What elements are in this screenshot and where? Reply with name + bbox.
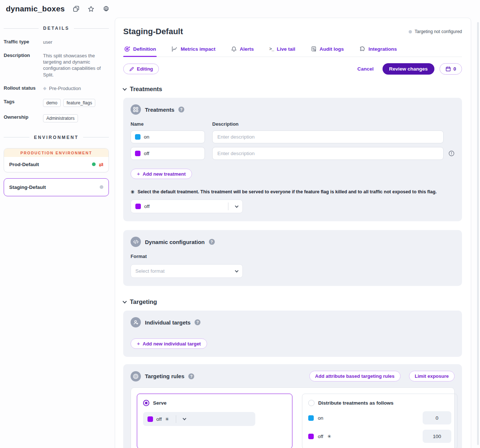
alerts-bell-icon (231, 46, 237, 52)
default-asterisk-icon: ✳ (327, 434, 331, 439)
env-status-dot-green (92, 162, 96, 166)
serve-treatment-select[interactable]: off ✳ (143, 412, 255, 426)
distribute-percentage-input-off[interactable] (423, 430, 451, 443)
tab-metrics-impact-label: Metrics impact (181, 46, 216, 52)
owner-chip[interactable]: Administrators (43, 114, 78, 122)
add-attribute-rules-button[interactable]: Add attribute based targeting rules (309, 371, 401, 381)
treatment-name-field-on[interactable]: on (131, 130, 205, 143)
tab-definition-label: Definition (133, 46, 156, 52)
environment-heading: ENVIRONMENT (4, 135, 109, 140)
targeting-status-badge: Targeting not configured (409, 29, 462, 34)
code-icon (131, 237, 141, 247)
select-divider (228, 203, 228, 210)
tab-definition[interactable]: Definition (123, 46, 157, 57)
add-new-individual-target-button[interactable]: + Add new individual target (131, 338, 207, 349)
chevron-down-icon (182, 417, 186, 420)
production-environment-banner: PRODUCTION ENVIRONMENT (4, 148, 109, 157)
tab-bar: Definition Metrics impact (123, 46, 462, 57)
traffic-swap-icon: ⇄ (99, 162, 103, 167)
copy-icon[interactable] (73, 6, 79, 12)
tab-audit-logs[interactable]: Audit logs (310, 46, 345, 57)
env-name-staging: Staging-Default (9, 184, 100, 190)
format-select[interactable]: Select format (131, 264, 243, 278)
treatment-swatch-purple (147, 416, 153, 422)
scheduled-changes-button[interactable]: 0 (440, 63, 462, 75)
distribute-percentage-input-on[interactable] (423, 411, 451, 424)
add-new-treatment-button[interactable]: + Add new treatment (131, 169, 192, 179)
calendar-icon (445, 66, 451, 72)
dynamic-configuration-card: Dynamic configuration ? Format Select fo… (123, 230, 462, 286)
default-asterisk-icon: ✳ (131, 190, 135, 194)
help-icon[interactable]: ? (195, 319, 200, 325)
rules-body: Serve off ✳ (131, 387, 455, 448)
distribute-row-on: on (308, 411, 451, 424)
tag-chip[interactable]: demo (43, 99, 61, 107)
treatment-description-input-on[interactable] (212, 130, 444, 143)
rollout-diamond-icon: ◆ (43, 86, 46, 90)
rollout-status-value: Pre-Production (49, 85, 81, 92)
tab-alerts[interactable]: Alerts (230, 46, 255, 57)
treatment-swatch-blue (308, 415, 314, 421)
audit-log-document-icon (311, 46, 317, 52)
default-treatment-select[interactable]: off (131, 200, 243, 213)
description-column-label: Description (212, 121, 239, 127)
distribute-label: Distribute treatments as follows (318, 400, 394, 406)
page: dynamic_boxes DETAILS Traffic type (0, 0, 480, 448)
distribute-row-off: off ✳ (308, 430, 451, 443)
description-label: Description (4, 53, 43, 78)
editing-button[interactable]: Editing (123, 64, 159, 74)
treatment-swatch-purple (135, 151, 141, 156)
treatments-section-toggle[interactable]: Treatments (123, 86, 462, 93)
top-header: dynamic_boxes (0, 0, 480, 13)
cancel-button[interactable]: Cancel (357, 66, 373, 72)
tab-live-tail-label: Live tail (277, 46, 295, 52)
metrics-chart-icon (171, 46, 178, 52)
info-alert-icon[interactable] (448, 150, 455, 157)
review-changes-button[interactable]: Review changes (383, 63, 434, 75)
treatment-description-input-off[interactable] (212, 147, 444, 160)
environment-card-staging[interactable]: Staging-Default (4, 178, 109, 196)
tab-integrations-label: Integrations (369, 46, 397, 52)
individual-targets-title: Individual targets (145, 319, 191, 326)
limit-exposure-button[interactable]: Limit exposure (409, 371, 455, 381)
help-icon[interactable]: ? (209, 239, 215, 245)
dynamic-configuration-title: Dynamic configuration (145, 239, 205, 245)
treatments-card: Treatments ? Name Description on (123, 98, 462, 221)
treatments-grid-icon (131, 104, 141, 115)
tags-field: Tags demo feature_flags (4, 99, 109, 107)
add-user-icon (131, 317, 141, 327)
distribute-panel[interactable]: Distribute treatments as follows on (302, 394, 458, 448)
tab-metrics-impact[interactable]: Metrics impact (171, 46, 216, 57)
targeting-section-toggle[interactable]: Targeting (123, 298, 462, 305)
settings-gear-icon[interactable] (103, 6, 110, 12)
target-rings-icon (131, 371, 141, 381)
environment-card-prod[interactable]: PRODUCTION ENVIRONMENT Prod-Default ⇄ (4, 148, 109, 172)
env-name-prod: Prod-Default (9, 162, 92, 167)
tab-integrations[interactable]: Integrations (359, 46, 398, 57)
tag-chip[interactable]: feature_flags (63, 99, 95, 107)
description-field: Description This split showcases the tar… (4, 53, 109, 78)
tab-live-tail[interactable]: >_ Live tail (269, 46, 296, 57)
rollout-status-field: Rollout status ◆ Pre-Production (4, 85, 109, 92)
tab-alerts-label: Alerts (240, 46, 254, 52)
treatment-name-field-off[interactable]: off (131, 147, 205, 160)
chevron-down-icon (122, 86, 127, 90)
default-asterisk-icon: ✳ (165, 417, 169, 422)
favorite-star-icon[interactable] (88, 6, 95, 12)
traffic-type-label: Traffic type (4, 39, 43, 45)
status-dot-icon (409, 30, 412, 33)
rollout-status-label: Rollout status (4, 85, 43, 92)
chevron-down-icon (122, 299, 127, 303)
serve-radio-selected[interactable] (143, 400, 149, 406)
traffic-type-value: user (43, 39, 52, 45)
distribute-radio-unselected[interactable] (308, 400, 314, 406)
vertical-scrollbar[interactable] (477, 22, 479, 445)
individual-targets-card: Individual targets ? + Add new individua… (123, 311, 462, 357)
serve-label: Serve (153, 400, 167, 406)
serve-panel[interactable]: Serve off ✳ (137, 394, 292, 448)
traffic-type-field: Traffic type user (4, 39, 109, 45)
help-icon[interactable]: ? (178, 107, 184, 112)
help-icon[interactable]: ? (188, 373, 194, 379)
chevron-down-icon (235, 269, 239, 272)
details-heading: DETAILS (4, 26, 109, 31)
